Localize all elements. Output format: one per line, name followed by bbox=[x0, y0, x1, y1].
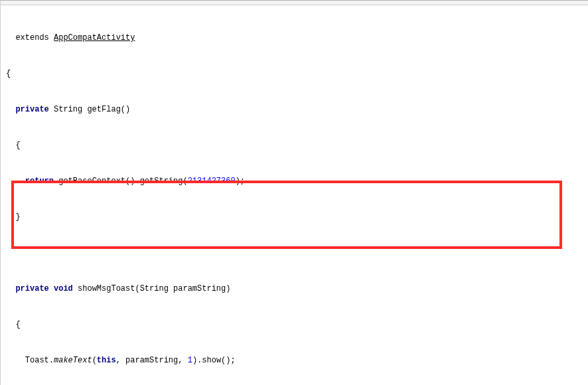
code-line: extends AppCompatActivity bbox=[6, 32, 588, 44]
code-line: private String getFlag() bbox=[6, 104, 588, 116]
code-line: { bbox=[6, 68, 588, 80]
code-line: { bbox=[6, 139, 588, 151]
code-line: { bbox=[6, 319, 588, 331]
code-line: Toast.makeText(this, paramString, 1).sho… bbox=[6, 354, 588, 366]
code-line bbox=[6, 247, 588, 259]
code-line: private void showMsgToast(String paramSt… bbox=[6, 283, 588, 295]
editor-ruler bbox=[1, 1, 588, 5]
code-line: return getBaseContext().getString(213142… bbox=[6, 175, 588, 187]
code-area[interactable]: extends AppCompatActivity { private Stri… bbox=[1, 5, 588, 385]
code-editor[interactable]: extends AppCompatActivity { private Stri… bbox=[0, 0, 588, 385]
code-line: } bbox=[6, 211, 588, 223]
